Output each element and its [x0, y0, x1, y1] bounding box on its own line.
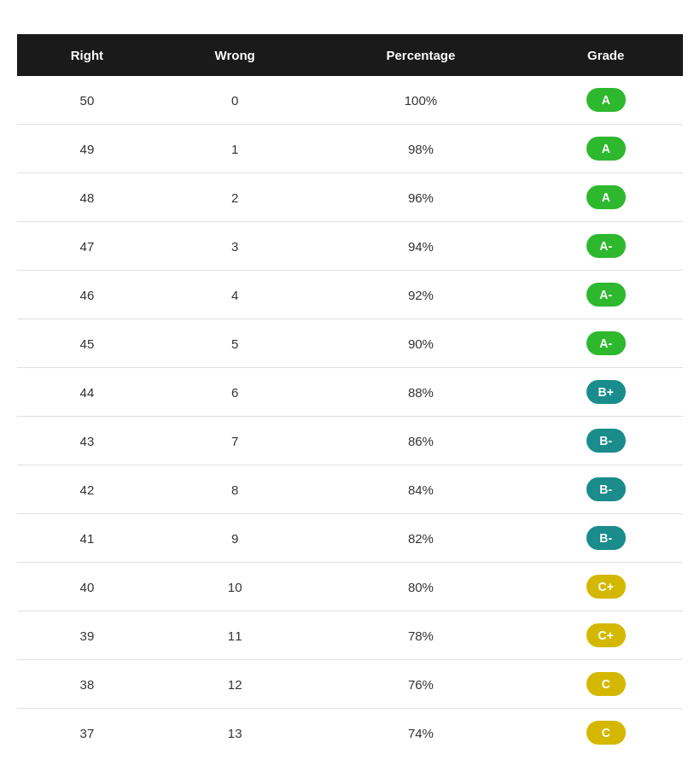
table-row: 45590%A-	[17, 319, 683, 368]
cell-wrong: 5	[157, 319, 313, 368]
cell-percentage: 98%	[312, 125, 528, 173]
cell-percentage: 80%	[312, 563, 528, 611]
table-row: 48296%A	[17, 173, 683, 222]
cell-percentage: 86%	[312, 417, 528, 465]
cell-grade: A-	[528, 271, 683, 319]
grade-badge: A	[586, 185, 626, 209]
cell-right: 44	[17, 368, 157, 417]
header-percentage: Percentage	[312, 34, 528, 76]
table-row: 381276%C	[17, 660, 683, 709]
grade-badge: C	[586, 721, 626, 745]
cell-grade: B-	[528, 417, 683, 465]
cell-wrong: 1	[157, 125, 313, 173]
table-row: 500100%A	[17, 76, 683, 125]
table-row: 44688%B+	[17, 368, 683, 417]
grade-badge: A-	[586, 234, 626, 258]
cell-wrong: 13	[157, 709, 313, 757]
cell-percentage: 96%	[312, 173, 528, 222]
cell-grade: C	[528, 709, 683, 757]
cell-percentage: 100%	[312, 76, 528, 125]
header-right: Right	[17, 34, 157, 76]
cell-grade: B-	[528, 465, 683, 514]
table-row: 49198%A	[17, 125, 683, 173]
table-row: 47394%A-	[17, 222, 683, 271]
cell-wrong: 7	[157, 417, 313, 465]
cell-percentage: 92%	[312, 271, 528, 319]
header-wrong: Wrong	[157, 34, 313, 76]
cell-right: 48	[17, 173, 157, 222]
table-row: 401080%C+	[17, 563, 683, 611]
cell-wrong: 6	[157, 368, 313, 417]
grade-badge: B-	[586, 526, 626, 550]
grade-badge: C+	[586, 575, 626, 599]
cell-percentage: 78%	[312, 611, 528, 660]
cell-percentage: 84%	[312, 465, 528, 514]
cell-percentage: 82%	[312, 514, 528, 563]
cell-wrong: 11	[157, 611, 313, 660]
cell-right: 39	[17, 611, 157, 660]
table-row: 42884%B-	[17, 465, 683, 514]
cell-percentage: 90%	[312, 319, 528, 368]
cell-percentage: 94%	[312, 222, 528, 271]
cell-grade: C	[528, 660, 683, 709]
grade-badge: A-	[586, 283, 626, 307]
cell-right: 46	[17, 271, 157, 319]
results-table: Right Wrong Percentage Grade 500100%A491…	[17, 34, 683, 757]
grade-badge: A	[586, 88, 626, 112]
cell-right: 37	[17, 709, 157, 757]
cell-wrong: 4	[157, 271, 313, 319]
grade-badge: A-	[586, 331, 626, 355]
cell-grade: B+	[528, 368, 683, 417]
cell-grade: A	[528, 173, 683, 222]
cell-right: 42	[17, 465, 157, 514]
cell-grade: C+	[528, 611, 683, 660]
cell-grade: A	[528, 125, 683, 173]
cell-grade: A	[528, 76, 683, 125]
table-row: 46492%A-	[17, 271, 683, 319]
cell-percentage: 88%	[312, 368, 528, 417]
cell-grade: B-	[528, 514, 683, 563]
cell-percentage: 76%	[312, 660, 528, 709]
cell-wrong: 3	[157, 222, 313, 271]
cell-wrong: 2	[157, 173, 313, 222]
cell-right: 50	[17, 76, 157, 125]
cell-right: 40	[17, 563, 157, 611]
grade-badge: C	[586, 672, 626, 696]
cell-wrong: 8	[157, 465, 313, 514]
cell-right: 49	[17, 125, 157, 173]
cell-right: 41	[17, 514, 157, 563]
header-grade: Grade	[528, 34, 683, 76]
cell-grade: A-	[528, 222, 683, 271]
table-row: 391178%C+	[17, 611, 683, 660]
grade-badge: C+	[586, 623, 626, 647]
cell-right: 43	[17, 417, 157, 465]
table-header-row: Right Wrong Percentage Grade	[17, 34, 683, 76]
cell-right: 45	[17, 319, 157, 368]
table-row: 43786%B-	[17, 417, 683, 465]
cell-wrong: 10	[157, 563, 313, 611]
cell-grade: C+	[528, 563, 683, 611]
cell-wrong: 0	[157, 76, 313, 125]
cell-percentage: 74%	[312, 709, 528, 757]
table-row: 41982%B-	[17, 514, 683, 563]
grade-badge: B-	[586, 477, 626, 501]
cell-wrong: 9	[157, 514, 313, 563]
table-row: 371374%C	[17, 709, 683, 757]
grade-badge: B-	[586, 429, 626, 453]
grade-badge: B+	[586, 380, 626, 404]
cell-grade: A-	[528, 319, 683, 368]
grade-badge: A	[586, 137, 626, 161]
cell-right: 38	[17, 660, 157, 709]
cell-right: 47	[17, 222, 157, 271]
cell-wrong: 12	[157, 660, 313, 709]
